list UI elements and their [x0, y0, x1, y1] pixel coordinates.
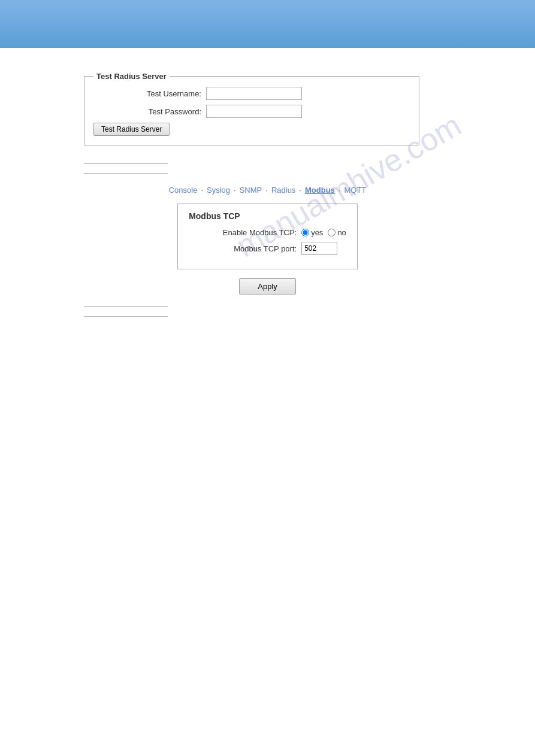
username-input[interactable]: [206, 87, 302, 100]
divider-1: [84, 163, 168, 164]
bottom-divider-2: [84, 316, 168, 317]
tab-radius[interactable]: Radius: [271, 186, 295, 195]
nav-sep-2: ·: [234, 186, 236, 195]
username-label: Test Username:: [93, 89, 201, 98]
radio-no-label[interactable]: no: [328, 228, 346, 237]
radio-no[interactable]: [328, 229, 335, 236]
password-input[interactable]: [206, 105, 302, 118]
header-bar: [0, 0, 535, 48]
radio-no-text: no: [337, 228, 346, 237]
modbus-tcp-section: Modbus TCP Enable Modbus TCP: yes no Mod…: [177, 204, 358, 269]
nav-sep-3: ·: [265, 186, 268, 195]
enable-modbus-radio-group: yes no: [301, 228, 346, 237]
enable-modbus-row: Enable Modbus TCP: yes no: [189, 228, 346, 237]
radio-yes-text: yes: [311, 228, 323, 237]
username-row: Test Username:: [93, 87, 410, 100]
bottom-divider-1: [84, 306, 168, 307]
apply-row: Apply: [24, 278, 511, 294]
nav-sep-1: ·: [201, 186, 203, 195]
enable-modbus-label: Enable Modbus TCP:: [189, 228, 297, 237]
password-label: Test Password:: [93, 107, 201, 116]
modbus-tcp-title: Modbus TCP: [189, 211, 346, 221]
nav-sep-5: ·: [338, 186, 341, 195]
tab-syslog[interactable]: Syslog: [207, 186, 230, 195]
divider-2: [84, 173, 168, 174]
modbus-port-label: Modbus TCP port:: [189, 244, 297, 253]
test-radius-button[interactable]: Test Radius Server: [93, 123, 170, 136]
tab-snmp[interactable]: SNMP: [240, 186, 262, 195]
radio-yes-label[interactable]: yes: [301, 228, 323, 237]
tab-mqtt[interactable]: MQTT: [344, 186, 366, 195]
test-radius-title: Test Radius Server: [93, 72, 170, 81]
modbus-port-input[interactable]: [301, 242, 337, 255]
modbus-port-row: Modbus TCP port:: [189, 242, 346, 255]
test-radius-section: Test Radius Server Test Username: Test P…: [84, 72, 419, 145]
tab-modbus[interactable]: Modbus: [305, 186, 335, 195]
radio-yes[interactable]: [301, 229, 309, 236]
nav-sep-4: ·: [299, 186, 301, 195]
tab-console[interactable]: Console: [169, 186, 198, 195]
apply-button[interactable]: Apply: [239, 278, 296, 294]
nav-tabs: Console · Syslog · SNMP · Radius · Modbu…: [24, 186, 511, 195]
password-row: Test Password:: [93, 105, 410, 118]
